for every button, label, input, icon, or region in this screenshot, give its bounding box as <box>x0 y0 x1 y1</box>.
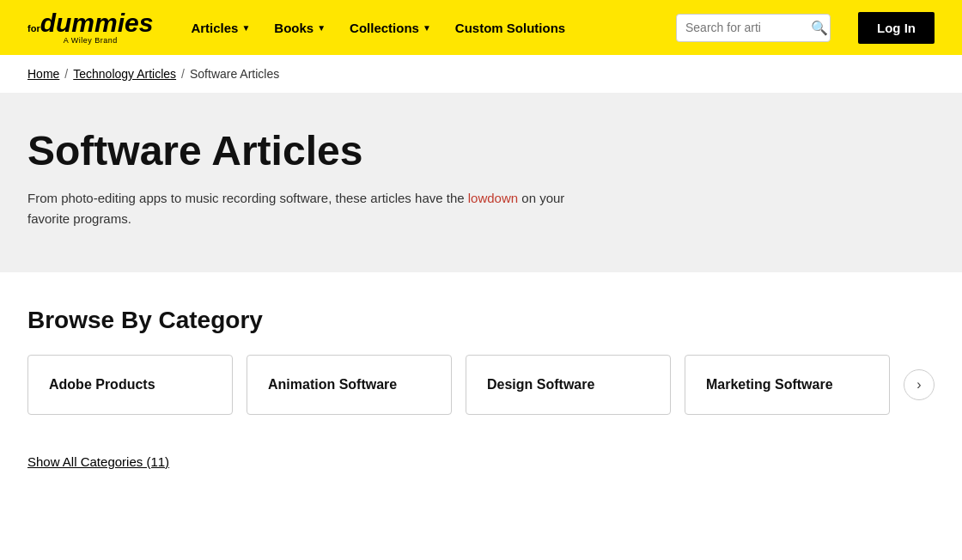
hero-link[interactable]: lowdown <box>468 191 518 205</box>
category-card-design[interactable]: Design Software <box>466 355 671 415</box>
logo-sub: A Wiley Brand <box>64 36 118 45</box>
chevron-down-icon: ▼ <box>423 23 431 33</box>
nav-collections[interactable]: Collections ▼ <box>339 14 441 42</box>
chevron-down-icon: ▼ <box>317 23 326 33</box>
breadcrumb-separator: / <box>181 67 185 81</box>
breadcrumb-separator: / <box>64 67 68 81</box>
search-icon[interactable]: 🔍 <box>811 20 828 36</box>
search-bar: 🔍 <box>676 14 831 42</box>
search-input[interactable] <box>685 21 806 34</box>
logo[interactable]: fordummies A Wiley Brand <box>27 10 153 45</box>
nav-articles[interactable]: Articles ▼ <box>180 14 260 42</box>
chevron-right-icon: › <box>916 377 921 393</box>
site-header: fordummies A Wiley Brand Articles ▼ Book… <box>0 0 962 55</box>
nav-custom-solutions[interactable]: Custom Solutions <box>445 14 575 42</box>
logo-main: dummies <box>40 9 154 37</box>
hero-section: Software Articles From photo-editing app… <box>0 93 962 272</box>
show-all-link[interactable]: Show All Categories (11) <box>27 454 169 469</box>
chevron-down-icon: ▼ <box>241 23 250 33</box>
breadcrumb-home[interactable]: Home <box>27 67 59 81</box>
carousel-next-button[interactable]: › <box>904 369 935 400</box>
category-card-animation[interactable]: Animation Software <box>247 355 452 415</box>
category-card-adobe[interactable]: Adobe Products <box>27 355 233 415</box>
breadcrumb-current: Software Articles <box>190 67 279 81</box>
login-button[interactable]: Log In <box>858 12 935 44</box>
category-card-marketing[interactable]: Marketing Software <box>685 355 890 415</box>
page-title: Software Articles <box>27 127 935 174</box>
breadcrumb-tech[interactable]: Technology Articles <box>73 67 176 81</box>
hero-description: From photo-editing apps to music recordi… <box>27 188 594 229</box>
category-row: Adobe Products Animation Software Design… <box>27 355 935 415</box>
nav-books[interactable]: Books ▼ <box>264 14 336 42</box>
show-all-section: Show All Categories (11) <box>0 441 962 504</box>
main-nav: Articles ▼ Books ▼ Collections ▼ Custom … <box>180 14 648 42</box>
browse-section: Browse By Category Adobe Products Animat… <box>0 272 962 441</box>
breadcrumb: Home / Technology Articles / Software Ar… <box>0 55 962 93</box>
browse-heading: Browse By Category <box>27 307 935 334</box>
